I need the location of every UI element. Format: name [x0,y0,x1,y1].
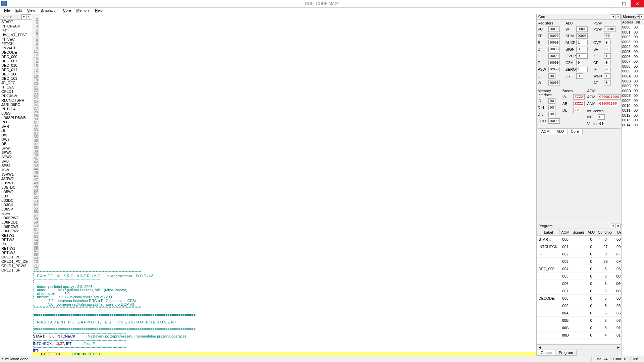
label-item[interactable]: JP_DEC [0,81,32,85]
label-item[interactable]: SPB [0,159,32,164]
panel-dock-icon[interactable]: ▾ [611,14,615,19]
mem-row[interactable]: 000800 [622,64,644,69]
code-line[interactable]: ;***************************************… [32,306,536,310]
mem-row[interactable]: 000200 [622,35,644,40]
table-row[interactable]: 0050606C [537,273,622,280]
reg-value[interactable]: 0000 [548,40,560,45]
mem-row[interactable]: 000900 [622,69,644,74]
reg-value[interactable]: 1 [576,40,588,45]
reg-value[interactable]: 0 [598,114,605,120]
label-item[interactable]: RETLD4 [0,107,32,111]
reg-value[interactable]: 1 [604,73,611,79]
prog-col[interactable]: Signals [571,229,586,236]
table-row[interactable]: 00A05064 [537,309,622,317]
code-line[interactable]: ;---------------------------------------… [32,338,536,342]
label-item[interactable]: LD6PCW1 [0,225,32,229]
reg-value[interactable]: 0 [576,73,583,79]
reg-value[interactable]: 0000 [576,33,588,39]
label-item[interactable]: INTCHECK [0,24,32,28]
label-item[interactable]: LD3DC [0,198,32,203]
table-row[interactable]: 00905060 [537,302,622,309]
prog-tab-program[interactable]: Program [555,350,577,356]
label-item[interactable]: LD3 [0,194,32,198]
reg-value[interactable]: 0000 [548,60,560,65]
label-item[interactable]: SPW1 [0,150,32,155]
reg-value[interactable]: 0 [604,80,611,85]
label-item[interactable]: DEC_010 [0,63,32,68]
mem-row[interactable]: 000400 [622,45,644,50]
label-item[interactable]: LD6PCB1 [0,220,32,225]
table-row[interactable]: START:00000001 [537,236,622,243]
menu-help[interactable]: Help [92,8,105,14]
reg-value[interactable]: 0000 [576,26,588,32]
panel-dock-icon[interactable]: ▾ [637,14,640,19]
reg-value[interactable]: 0 [604,67,611,72]
label-item[interactable]: RRCJSW [0,94,32,98]
code-line[interactable]: ; N A S T A V E N I P O Z A P N U T I , … [32,320,536,324]
mem-row[interactable]: 000C00 [622,84,644,89]
menu-view[interactable]: View [24,8,38,14]
reg-value[interactable]: 1 [576,67,588,72]
label-item[interactable]: JSRW2 [0,177,32,181]
menu-core[interactable]: Core [60,8,74,14]
mem-row[interactable]: 000B00 [622,79,644,84]
label-item[interactable]: RLC [0,120,32,124]
reg-value[interactable]: 0003 [548,26,560,32]
panel-close-icon[interactable]: ✕ [26,14,31,19]
label-item[interactable]: DEC_101 [0,76,32,81]
prog-col[interactable]: De [615,229,621,236]
core-tab-core[interactable]: Core [567,129,583,134]
mem-row[interactable]: 001400 [622,123,644,128]
label-item[interactable]: RLCNOTSHR [0,98,32,103]
label-item[interactable]: START [0,20,32,24]
label-item[interactable]: DEC_001 [0,59,32,63]
mem-row[interactable]: 001200 [622,113,644,118]
label-item[interactable]: LD5S [0,111,32,116]
label-item[interactable]: JSRW1 [0,172,32,177]
label-item[interactable]: RETIW1 [0,246,32,251]
prog-tab-output[interactable]: Output [537,350,555,356]
label-item[interactable]: DB [0,142,32,146]
label-item[interactable]: IFT [0,28,32,33]
mem-row[interactable]: 000100 [622,30,644,35]
table-row[interactable]: INTCHECK:001027002 [537,243,622,250]
label-item[interactable]: OPLD1_PC_DE [0,259,32,264]
label-item[interactable]: LD6SPW2 [0,216,32,220]
maximize-button[interactable]: ☐ [617,0,631,7]
label-item[interactable]: DECODE [0,50,32,55]
code-line[interactable]: ;---------------------------------------… [32,278,536,281]
mem-col[interactable]: Addres [622,20,634,25]
reg-value[interactable]: 0 [604,40,611,45]
label-item[interactable]: IT_DEC [0,85,32,89]
code-line[interactable]: ; autor : MPR (Michal Prazan), MBE (Milo… [32,288,536,292]
table-row[interactable]: DECODE:00805004 [537,295,622,302]
table-row[interactable]: 0070606C [537,287,622,295]
table-row[interactable]: 00B05068 [537,317,622,324]
mem-row[interactable]: 000F00 [622,99,644,104]
label-item[interactable]: JSRLD6PC [0,103,32,107]
reg-value[interactable]: 0200 [604,26,615,32]
label-item[interactable]: OPLD1_PC [0,255,32,259]
menu-simulation[interactable]: Simulation [38,8,60,14]
label-item[interactable]: FETCH [0,42,32,46]
label-item[interactable]: testw [0,212,32,216]
label-item[interactable]: JSW [0,168,32,172]
menu-file[interactable]: File [1,8,13,14]
label-item[interactable]: LD5W2 [0,190,32,194]
core-tab-acm[interactable]: ACM [538,129,553,134]
reg-value[interactable]: 00 [598,121,605,126]
table-row[interactable]: 0030260F6 [537,258,622,265]
label-item[interactable]: LD5W1 [0,181,32,185]
minimize-button[interactable]: ─ [604,0,617,7]
label-item[interactable]: DEC_011 [0,68,32,72]
reg-value[interactable]: 00 [548,112,555,117]
mem-row[interactable]: 000300 [622,40,644,45]
label-item[interactable]: DW [0,133,32,137]
labels-list[interactable]: STARTINTCHECKIFTHW_INT_TESTINTVECTFETCHF… [0,20,32,356]
label-item[interactable]: OPLD1_PCW2 [0,264,32,268]
table-row[interactable]: 0060606C [537,280,622,287]
prog-col[interactable]: ACM [560,229,571,236]
panel-dock-icon[interactable]: ▾ [21,14,26,19]
label-item[interactable]: SPW2 [0,155,32,159]
reg-value[interactable]: 00 [604,33,611,39]
